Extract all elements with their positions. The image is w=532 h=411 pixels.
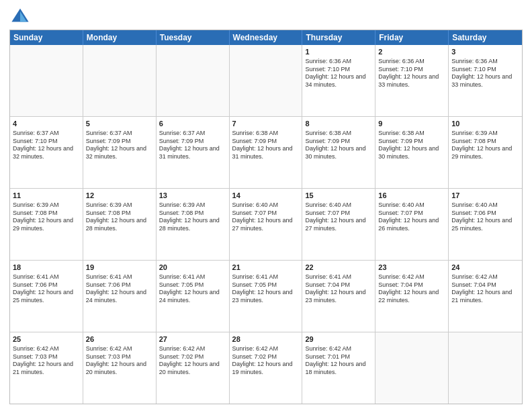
cal-cell-empty (157, 45, 230, 116)
cal-header-thursday: Thursday (302, 30, 375, 45)
day-info: Sunrise: 6:38 AMSunset: 7:09 PMDaylight:… (305, 130, 372, 161)
day-number: 29 (305, 334, 372, 345)
day-info: Sunrise: 6:37 AMSunset: 7:10 PMDaylight:… (13, 130, 80, 161)
day-number: 10 (451, 119, 519, 129)
cal-week-2: 4Sunrise: 6:37 AMSunset: 7:10 PMDaylight… (10, 116, 522, 188)
logo (9, 7, 30, 26)
day-number: 11 (13, 191, 80, 201)
cal-header-wednesday: Wednesday (230, 30, 303, 45)
day-info: Sunrise: 6:38 AMSunset: 7:09 PMDaylight:… (378, 130, 445, 161)
day-number: 26 (86, 334, 153, 345)
cal-cell-empty (449, 332, 522, 404)
cal-cell-day-12: 12Sunrise: 6:39 AMSunset: 7:08 PMDayligh… (83, 189, 157, 260)
cal-header-tuesday: Tuesday (157, 30, 230, 45)
cal-cell-day-21: 21Sunrise: 6:41 AMSunset: 7:05 PMDayligh… (230, 261, 303, 332)
day-number: 27 (159, 334, 226, 345)
day-number: 5 (86, 119, 153, 129)
day-info: Sunrise: 6:37 AMSunset: 7:09 PMDaylight:… (86, 130, 153, 161)
day-number: 19 (86, 263, 153, 273)
day-number: 4 (13, 119, 80, 129)
day-number: 16 (378, 191, 445, 201)
day-info: Sunrise: 6:42 AMSunset: 7:04 PMDaylight:… (378, 273, 445, 305)
day-info: Sunrise: 6:38 AMSunset: 7:09 PMDaylight:… (232, 130, 300, 161)
day-number: 13 (159, 191, 226, 201)
logo-icon (11, 7, 30, 26)
cal-header-sunday: Sunday (10, 30, 83, 45)
cal-cell-day-11: 11Sunrise: 6:39 AMSunset: 7:08 PMDayligh… (10, 189, 83, 260)
day-number: 21 (232, 263, 300, 273)
day-number: 6 (159, 119, 226, 129)
day-number: 1 (305, 47, 372, 57)
cal-cell-day-10: 10Sunrise: 6:39 AMSunset: 7:08 PMDayligh… (449, 117, 522, 188)
cal-cell-day-18: 18Sunrise: 6:41 AMSunset: 7:06 PMDayligh… (10, 261, 83, 332)
day-number: 12 (86, 191, 153, 201)
day-info: Sunrise: 6:39 AMSunset: 7:08 PMDaylight:… (86, 201, 153, 233)
cal-cell-empty (230, 45, 303, 116)
day-info: Sunrise: 6:41 AMSunset: 7:04 PMDaylight:… (305, 273, 372, 305)
calendar-header: SundayMondayTuesdayWednesdayThursdayFrid… (10, 30, 522, 45)
cal-cell-day-25: 25Sunrise: 6:42 AMSunset: 7:03 PMDayligh… (10, 332, 83, 404)
day-info: Sunrise: 6:42 AMSunset: 7:03 PMDaylight:… (86, 345, 153, 377)
day-info: Sunrise: 6:42 AMSunset: 7:04 PMDaylight:… (451, 273, 519, 305)
cal-cell-day-16: 16Sunrise: 6:40 AMSunset: 7:07 PMDayligh… (375, 189, 449, 260)
cal-cell-day-24: 24Sunrise: 6:42 AMSunset: 7:04 PMDayligh… (449, 261, 522, 332)
day-number: 14 (232, 191, 300, 201)
day-info: Sunrise: 6:39 AMSunset: 7:08 PMDaylight:… (13, 201, 80, 233)
cal-cell-day-23: 23Sunrise: 6:42 AMSunset: 7:04 PMDayligh… (375, 261, 449, 332)
day-info: Sunrise: 6:40 AMSunset: 7:06 PMDaylight:… (451, 201, 519, 233)
day-info: Sunrise: 6:41 AMSunset: 7:06 PMDaylight:… (86, 273, 153, 305)
cal-cell-day-6: 6Sunrise: 6:37 AMSunset: 7:09 PMDaylight… (157, 117, 230, 188)
calendar: SundayMondayTuesdayWednesdayThursdayFrid… (9, 30, 523, 404)
cal-cell-day-14: 14Sunrise: 6:40 AMSunset: 7:07 PMDayligh… (230, 189, 303, 260)
cal-cell-empty (10, 45, 83, 116)
day-info: Sunrise: 6:42 AMSunset: 7:02 PMDaylight:… (159, 345, 226, 377)
day-info: Sunrise: 6:40 AMSunset: 7:07 PMDaylight:… (305, 201, 372, 233)
cal-week-5: 25Sunrise: 6:42 AMSunset: 7:03 PMDayligh… (10, 332, 522, 404)
cal-cell-day-9: 9Sunrise: 6:38 AMSunset: 7:09 PMDaylight… (375, 117, 449, 188)
day-info: Sunrise: 6:41 AMSunset: 7:05 PMDaylight:… (232, 273, 300, 305)
cal-cell-day-28: 28Sunrise: 6:42 AMSunset: 7:02 PMDayligh… (230, 332, 303, 404)
cal-cell-day-4: 4Sunrise: 6:37 AMSunset: 7:10 PMDaylight… (10, 117, 83, 188)
day-info: Sunrise: 6:36 AMSunset: 7:10 PMDaylight:… (378, 58, 445, 89)
cal-cell-day-8: 8Sunrise: 6:38 AMSunset: 7:09 PMDaylight… (302, 117, 375, 188)
cal-cell-day-17: 17Sunrise: 6:40 AMSunset: 7:06 PMDayligh… (449, 189, 522, 260)
cal-cell-day-2: 2Sunrise: 6:36 AMSunset: 7:10 PMDaylight… (375, 45, 449, 116)
cal-cell-day-15: 15Sunrise: 6:40 AMSunset: 7:07 PMDayligh… (302, 189, 375, 260)
day-info: Sunrise: 6:40 AMSunset: 7:07 PMDaylight:… (232, 201, 300, 233)
cal-cell-day-13: 13Sunrise: 6:39 AMSunset: 7:08 PMDayligh… (157, 189, 230, 260)
cal-header-saturday: Saturday (449, 30, 522, 45)
day-info: Sunrise: 6:42 AMSunset: 7:01 PMDaylight:… (305, 345, 372, 377)
cal-cell-day-1: 1Sunrise: 6:36 AMSunset: 7:10 PMDaylight… (302, 45, 375, 116)
day-info: Sunrise: 6:37 AMSunset: 7:09 PMDaylight:… (159, 130, 226, 161)
cal-cell-day-27: 27Sunrise: 6:42 AMSunset: 7:02 PMDayligh… (157, 332, 230, 404)
page: SundayMondayTuesdayWednesdayThursdayFrid… (0, 0, 532, 411)
cal-header-friday: Friday (375, 30, 449, 45)
day-info: Sunrise: 6:41 AMSunset: 7:05 PMDaylight:… (159, 273, 226, 305)
day-info: Sunrise: 6:41 AMSunset: 7:06 PMDaylight:… (13, 273, 80, 305)
day-info: Sunrise: 6:36 AMSunset: 7:10 PMDaylight:… (305, 58, 372, 89)
header (9, 7, 523, 26)
day-info: Sunrise: 6:40 AMSunset: 7:07 PMDaylight:… (378, 201, 445, 233)
day-number: 22 (305, 263, 372, 273)
day-info: Sunrise: 6:42 AMSunset: 7:03 PMDaylight:… (13, 345, 80, 377)
day-number: 28 (232, 334, 300, 345)
cal-cell-day-5: 5Sunrise: 6:37 AMSunset: 7:09 PMDaylight… (83, 117, 157, 188)
cal-cell-day-3: 3Sunrise: 6:36 AMSunset: 7:10 PMDaylight… (449, 45, 522, 116)
cal-week-1: 1Sunrise: 6:36 AMSunset: 7:10 PMDaylight… (10, 45, 522, 116)
day-number: 25 (13, 334, 80, 345)
cal-week-4: 18Sunrise: 6:41 AMSunset: 7:06 PMDayligh… (10, 260, 522, 332)
day-number: 15 (305, 191, 372, 201)
day-number: 2 (378, 47, 445, 57)
day-number: 8 (305, 119, 372, 129)
cal-cell-day-29: 29Sunrise: 6:42 AMSunset: 7:01 PMDayligh… (302, 332, 375, 404)
day-info: Sunrise: 6:36 AMSunset: 7:10 PMDaylight:… (451, 58, 519, 89)
cal-week-3: 11Sunrise: 6:39 AMSunset: 7:08 PMDayligh… (10, 188, 522, 260)
day-number: 20 (159, 263, 226, 273)
day-number: 24 (451, 263, 519, 273)
cal-cell-empty (83, 45, 157, 116)
day-number: 18 (13, 263, 80, 273)
cal-cell-empty (375, 332, 449, 404)
cal-cell-day-20: 20Sunrise: 6:41 AMSunset: 7:05 PMDayligh… (157, 261, 230, 332)
cal-cell-day-22: 22Sunrise: 6:41 AMSunset: 7:04 PMDayligh… (302, 261, 375, 332)
day-number: 3 (451, 47, 519, 57)
